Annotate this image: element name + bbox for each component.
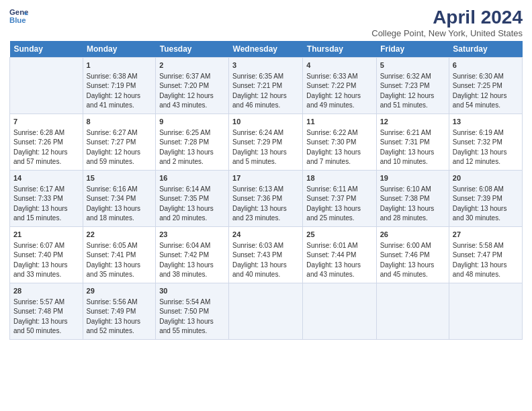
day-cell: 21Sunrise: 6:07 AM Sunset: 7:40 PM Dayli… [10, 226, 83, 283]
day-info: Sunrise: 6:24 AM Sunset: 7:29 PM Dayligh… [232, 128, 299, 167]
logo-icon: General Blue [9, 7, 28, 26]
day-info: Sunrise: 6:38 AM Sunset: 7:19 PM Dayligh… [87, 72, 152, 111]
date-number: 18 [306, 173, 372, 184]
week-row-4: 21Sunrise: 6:07 AM Sunset: 7:40 PM Dayli… [10, 226, 523, 283]
day-cell [303, 283, 376, 339]
main-title: April 2024 [371, 7, 523, 28]
day-cell: 17Sunrise: 6:13 AM Sunset: 7:36 PM Dayli… [229, 170, 303, 226]
day-cell [10, 58, 83, 114]
day-info: Sunrise: 6:30 AM Sunset: 7:25 PM Dayligh… [453, 72, 519, 111]
col-header-sunday: Sunday [10, 41, 83, 58]
day-cell: 16Sunrise: 6:14 AM Sunset: 7:35 PM Dayli… [156, 170, 229, 226]
day-cell: 15Sunrise: 6:16 AM Sunset: 7:34 PM Dayli… [83, 170, 156, 226]
day-cell: 27Sunrise: 5:58 AM Sunset: 7:47 PM Dayli… [449, 226, 522, 283]
day-info: Sunrise: 5:56 AM Sunset: 7:49 PM Dayligh… [87, 298, 152, 336]
date-number: 27 [453, 230, 519, 240]
day-cell: 12Sunrise: 6:21 AM Sunset: 7:31 PM Dayli… [376, 113, 449, 170]
day-cell: 20Sunrise: 6:08 AM Sunset: 7:39 PM Dayli… [449, 170, 522, 226]
date-number: 9 [159, 117, 225, 128]
day-cell: 26Sunrise: 6:00 AM Sunset: 7:46 PM Dayli… [376, 226, 449, 283]
date-number: 12 [380, 117, 445, 128]
day-info: Sunrise: 6:22 AM Sunset: 7:30 PM Dayligh… [306, 128, 372, 167]
week-row-2: 7Sunrise: 6:28 AM Sunset: 7:26 PM Daylig… [10, 113, 523, 170]
day-info: Sunrise: 5:58 AM Sunset: 7:47 PM Dayligh… [453, 241, 519, 280]
logo: General Blue [9, 7, 28, 26]
day-info: Sunrise: 6:05 AM Sunset: 7:41 PM Dayligh… [87, 241, 152, 280]
date-number: 11 [306, 117, 372, 128]
date-number: 7 [13, 117, 79, 128]
day-info: Sunrise: 6:17 AM Sunset: 7:33 PM Dayligh… [13, 185, 79, 224]
svg-text:Blue: Blue [9, 16, 26, 24]
calendar-body: 1Sunrise: 6:38 AM Sunset: 7:19 PM Daylig… [10, 58, 523, 340]
day-info: Sunrise: 6:25 AM Sunset: 7:28 PM Dayligh… [159, 128, 225, 167]
title-block: April 2024 College Point, New York, Unit… [371, 7, 523, 38]
date-number: 2 [159, 60, 225, 71]
day-info: Sunrise: 6:03 AM Sunset: 7:43 PM Dayligh… [232, 241, 299, 280]
week-row-1: 1Sunrise: 6:38 AM Sunset: 7:19 PM Daylig… [10, 58, 523, 114]
day-cell: 9Sunrise: 6:25 AM Sunset: 7:28 PM Daylig… [156, 113, 229, 170]
day-info: Sunrise: 6:16 AM Sunset: 7:34 PM Dayligh… [87, 185, 152, 224]
date-number: 20 [453, 173, 519, 184]
day-cell: 24Sunrise: 6:03 AM Sunset: 7:43 PM Dayli… [229, 226, 303, 283]
day-cell: 14Sunrise: 6:17 AM Sunset: 7:33 PM Dayli… [10, 170, 83, 226]
day-info: Sunrise: 6:37 AM Sunset: 7:20 PM Dayligh… [159, 72, 225, 111]
day-cell: 6Sunrise: 6:30 AM Sunset: 7:25 PM Daylig… [449, 58, 522, 114]
day-cell: 5Sunrise: 6:32 AM Sunset: 7:23 PM Daylig… [376, 58, 449, 114]
day-info: Sunrise: 6:00 AM Sunset: 7:46 PM Dayligh… [380, 241, 445, 280]
day-cell: 19Sunrise: 6:10 AM Sunset: 7:38 PM Dayli… [376, 170, 449, 226]
date-number: 4 [306, 60, 372, 71]
day-cell: 29Sunrise: 5:56 AM Sunset: 7:49 PM Dayli… [83, 283, 156, 339]
calendar-table: SundayMondayTuesdayWednesdayThursdayFrid… [9, 41, 523, 340]
day-cell: 22Sunrise: 6:05 AM Sunset: 7:41 PM Dayli… [83, 226, 156, 283]
day-info: Sunrise: 6:11 AM Sunset: 7:37 PM Dayligh… [306, 185, 372, 224]
col-header-tuesday: Tuesday [156, 41, 229, 58]
date-number: 3 [232, 60, 299, 71]
col-header-friday: Friday [376, 41, 449, 58]
day-info: Sunrise: 6:32 AM Sunset: 7:23 PM Dayligh… [380, 72, 445, 111]
date-number: 8 [87, 117, 152, 128]
day-cell: 7Sunrise: 6:28 AM Sunset: 7:26 PM Daylig… [10, 113, 83, 170]
col-header-monday: Monday [83, 41, 156, 58]
day-cell: 30Sunrise: 5:54 AM Sunset: 7:50 PM Dayli… [156, 283, 229, 339]
date-number: 17 [232, 173, 299, 184]
day-cell [376, 283, 449, 339]
day-cell: 4Sunrise: 6:33 AM Sunset: 7:22 PM Daylig… [303, 58, 376, 114]
date-number: 10 [232, 117, 299, 128]
date-number: 15 [87, 173, 152, 184]
day-info: Sunrise: 6:04 AM Sunset: 7:42 PM Dayligh… [159, 241, 225, 280]
date-number: 21 [13, 230, 79, 240]
day-info: Sunrise: 6:10 AM Sunset: 7:38 PM Dayligh… [380, 185, 445, 224]
calendar-header: SundayMondayTuesdayWednesdayThursdayFrid… [10, 41, 523, 58]
date-number: 26 [380, 230, 445, 240]
day-cell: 10Sunrise: 6:24 AM Sunset: 7:29 PM Dayli… [229, 113, 303, 170]
day-info: Sunrise: 6:14 AM Sunset: 7:35 PM Dayligh… [159, 185, 225, 224]
col-header-thursday: Thursday [303, 41, 376, 58]
header: General Blue April 2024 College Point, N… [9, 7, 523, 38]
date-number: 29 [87, 286, 152, 297]
day-cell: 3Sunrise: 6:35 AM Sunset: 7:21 PM Daylig… [229, 58, 303, 114]
col-header-wednesday: Wednesday [229, 41, 303, 58]
day-cell: 23Sunrise: 6:04 AM Sunset: 7:42 PM Dayli… [156, 226, 229, 283]
day-info: Sunrise: 6:21 AM Sunset: 7:31 PM Dayligh… [380, 128, 445, 167]
date-number: 25 [306, 230, 372, 240]
date-number: 30 [159, 286, 225, 297]
date-number: 24 [232, 230, 299, 240]
date-number: 16 [159, 173, 225, 184]
day-cell: 2Sunrise: 6:37 AM Sunset: 7:20 PM Daylig… [156, 58, 229, 114]
day-cell: 28Sunrise: 5:57 AM Sunset: 7:48 PM Dayli… [10, 283, 83, 339]
page-container: General Blue April 2024 College Point, N… [0, 0, 532, 345]
date-number: 1 [87, 60, 152, 71]
date-number: 28 [13, 286, 79, 297]
day-info: Sunrise: 6:19 AM Sunset: 7:32 PM Dayligh… [453, 128, 519, 167]
date-number: 23 [159, 230, 225, 240]
date-number: 14 [13, 173, 79, 184]
day-cell: 8Sunrise: 6:27 AM Sunset: 7:27 PM Daylig… [83, 113, 156, 170]
day-info: Sunrise: 6:07 AM Sunset: 7:40 PM Dayligh… [13, 241, 79, 280]
subtitle: College Point, New York, United States [371, 28, 523, 38]
date-number: 19 [380, 173, 445, 184]
date-number: 22 [87, 230, 152, 240]
date-number: 13 [453, 117, 519, 128]
day-cell [229, 283, 303, 339]
date-number: 5 [380, 60, 445, 71]
day-cell: 11Sunrise: 6:22 AM Sunset: 7:30 PM Dayli… [303, 113, 376, 170]
